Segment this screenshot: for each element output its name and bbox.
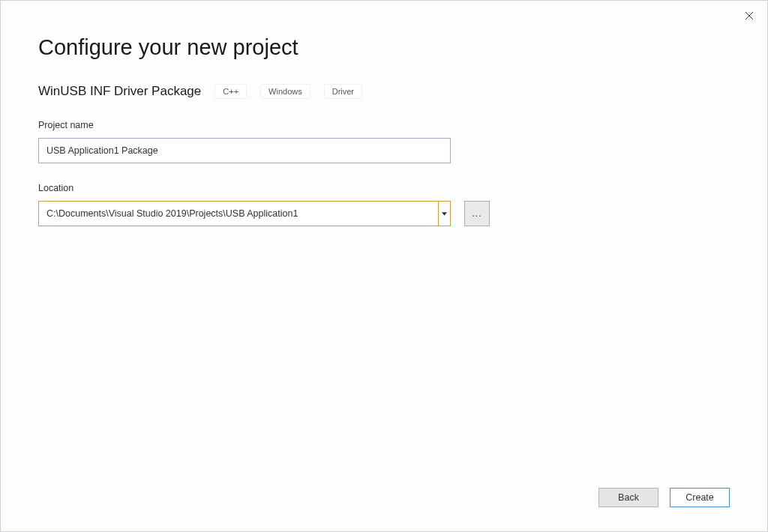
location-row: ... [38, 201, 730, 226]
location-label: Location [38, 183, 730, 193]
location-input[interactable] [39, 202, 438, 226]
browse-button[interactable]: ... [464, 201, 490, 226]
template-tag: Windows [260, 84, 310, 99]
project-name-field-group: Project name [38, 120, 730, 163]
template-tag: C++ [214, 84, 247, 99]
location-dropdown-button[interactable] [438, 202, 450, 226]
location-field-group: Location ... [38, 183, 730, 226]
chevron-down-icon [442, 212, 447, 216]
dialog-footer: Back Create [598, 488, 730, 507]
template-tag: Driver [324, 84, 362, 99]
template-name: WinUSB INF Driver Package [38, 84, 201, 99]
close-button[interactable] [740, 7, 758, 25]
page-title: Configure your new project [38, 35, 730, 60]
project-name-input[interactable] [38, 138, 451, 163]
create-button[interactable]: Create [670, 488, 730, 507]
close-icon [745, 11, 754, 20]
project-name-label: Project name [38, 120, 730, 130]
back-button[interactable]: Back [598, 488, 658, 507]
location-combobox[interactable] [38, 201, 451, 226]
svg-marker-2 [442, 212, 447, 215]
template-info-row: WinUSB INF Driver Package C++ Windows Dr… [38, 84, 730, 99]
dialog-content: Configure your new project WinUSB INF Dr… [1, 1, 767, 261]
